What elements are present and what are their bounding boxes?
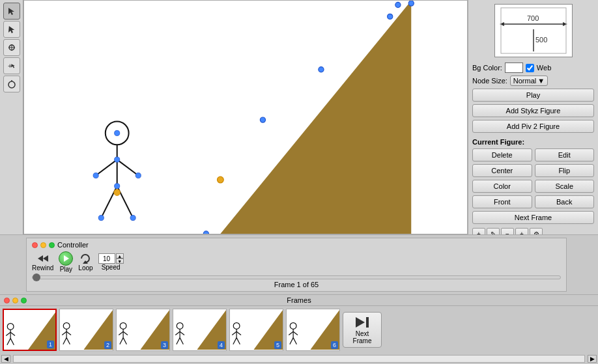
svg-text:500: 500 xyxy=(535,36,547,44)
select-tool-button[interactable] xyxy=(3,3,20,20)
speed-down-button[interactable]: ▼ xyxy=(116,259,124,264)
web-checkbox[interactable] xyxy=(526,64,534,72)
svg-line-61 xyxy=(123,338,126,344)
controller-controls: Rewind Play Loop xyxy=(32,251,561,273)
edit-button[interactable]: Edit xyxy=(535,148,595,161)
loop-button[interactable] xyxy=(79,253,91,264)
frame-badge-4: 4 xyxy=(218,341,225,349)
frames-scrollbar: ◀ ▶ xyxy=(0,354,598,364)
frame-badge-6: 6 xyxy=(331,341,338,349)
svg-line-44 xyxy=(6,332,10,335)
svg-marker-83 xyxy=(356,317,365,328)
frame-thumb-5[interactable]: 5 xyxy=(229,309,283,351)
ctrl-dot-red[interactable] xyxy=(32,242,38,248)
front-button[interactable]: Front xyxy=(472,195,532,208)
controller-title: Controller xyxy=(57,241,89,249)
scroll-right-button[interactable]: ▶ xyxy=(588,355,597,363)
frame-thumb-3[interactable]: 3 xyxy=(116,309,170,351)
ctrl-dot-green[interactable] xyxy=(49,242,55,248)
timeline-scrubber[interactable] xyxy=(32,275,561,279)
frames-dot-green[interactable] xyxy=(21,298,27,303)
svg-line-72 xyxy=(232,331,236,335)
lib-edit-icon-button[interactable]: ✎ xyxy=(487,228,500,234)
color-button[interactable]: Color xyxy=(472,180,532,193)
svg-point-49 xyxy=(63,323,70,329)
frame-thumb-4[interactable]: 4 xyxy=(173,309,227,351)
frame-thumb-2[interactable]: 2 xyxy=(59,309,113,351)
main-row: + xyxy=(0,0,598,234)
dimension-box: 700 500 xyxy=(494,4,573,57)
center-flip-row: Center Flip xyxy=(472,164,594,177)
bg-color-swatch[interactable] xyxy=(505,63,523,73)
canvas-area[interactable] xyxy=(23,0,468,234)
frame-info: Frame 1 of 65 xyxy=(32,281,561,288)
scroll-left-button[interactable]: ◀ xyxy=(1,355,10,363)
rewind-button[interactable] xyxy=(37,253,49,264)
library-section: + ✎ − + ⚙ Library #0#1#2#3#4#5 xyxy=(472,227,594,234)
ctrl-dot-yellow[interactable] xyxy=(40,242,46,248)
svg-line-67 xyxy=(177,338,180,344)
back-button[interactable]: Back xyxy=(535,195,595,208)
svg-line-20 xyxy=(117,160,139,175)
speed-up-button[interactable]: ▲ xyxy=(116,253,124,259)
svg-marker-39 xyxy=(43,255,48,262)
svg-line-81 xyxy=(290,338,293,344)
center-button[interactable]: Center xyxy=(472,164,532,177)
scale-button[interactable]: Scale xyxy=(535,180,595,193)
svg-line-74 xyxy=(233,338,236,344)
play-button[interactable]: Play xyxy=(472,89,594,102)
speed-label: Speed xyxy=(102,264,121,271)
frame-thumb-1[interactable]: 1 xyxy=(3,309,57,351)
speed-input[interactable] xyxy=(98,253,115,264)
next-frame-button[interactable]: Next Frame xyxy=(472,211,594,224)
right-panel: 700 500 Bg Color: Web xyxy=(468,0,598,234)
frame-thumb-6[interactable]: 6 xyxy=(286,309,340,351)
svg-line-58 xyxy=(119,331,123,335)
svg-point-23 xyxy=(115,130,120,135)
scroll-track[interactable] xyxy=(13,355,585,363)
node-size-select[interactable]: Normal ▼ xyxy=(510,76,548,86)
svg-point-7 xyxy=(8,81,15,88)
library-toolbar: + ✎ − + ⚙ xyxy=(472,228,594,234)
delete-button[interactable]: Delete xyxy=(472,148,532,161)
lib-add-button[interactable]: + xyxy=(472,228,485,234)
left-toolbar: + xyxy=(0,0,23,234)
svg-point-30 xyxy=(114,189,121,196)
lib-gear-button[interactable]: ⚙ xyxy=(530,228,543,234)
frames-dot-red[interactable] xyxy=(4,298,10,303)
play-green-button[interactable] xyxy=(59,251,73,266)
frames-dot-yellow[interactable] xyxy=(12,298,18,303)
rewind-label: Rewind xyxy=(32,264,53,272)
svg-point-70 xyxy=(233,323,240,329)
svg-rect-84 xyxy=(366,317,369,328)
front-back-row: Front Back xyxy=(472,195,594,208)
add-joint-tool-button[interactable]: + xyxy=(3,57,20,74)
svg-point-24 xyxy=(115,157,120,162)
loop-control: Loop xyxy=(78,253,93,272)
circle-tool-button[interactable] xyxy=(3,76,20,92)
frames-strip: Frames 1 xyxy=(0,294,598,364)
svg-marker-1 xyxy=(8,26,14,33)
svg-line-47 xyxy=(10,339,14,345)
svg-point-29 xyxy=(130,216,135,221)
bg-color-row: Bg Color: Web xyxy=(472,63,594,73)
lib-copy-button[interactable]: + xyxy=(515,228,528,234)
svg-line-46 xyxy=(7,339,10,345)
play-control: Play xyxy=(59,251,73,273)
add-piv2-button[interactable]: Add Piv 2 Figure xyxy=(472,120,594,133)
svg-point-25 xyxy=(115,184,120,189)
lib-remove-button[interactable]: − xyxy=(501,228,514,234)
svg-line-73 xyxy=(236,331,241,335)
pivot-tool-button[interactable] xyxy=(3,39,20,56)
add-stykz-button[interactable]: Add Stykz Figure xyxy=(472,104,594,117)
flip-button[interactable]: Flip xyxy=(535,164,595,177)
next-frame-strip-button[interactable]: NextFrame xyxy=(343,312,382,348)
transform-tool-button[interactable] xyxy=(3,21,20,38)
loop-label: Loop xyxy=(78,264,93,272)
frames-header: Frames xyxy=(0,295,598,306)
svg-marker-38 xyxy=(38,255,43,262)
svg-line-65 xyxy=(175,331,180,335)
svg-point-13 xyxy=(319,67,324,72)
svg-line-52 xyxy=(66,331,71,335)
svg-line-80 xyxy=(293,331,298,335)
